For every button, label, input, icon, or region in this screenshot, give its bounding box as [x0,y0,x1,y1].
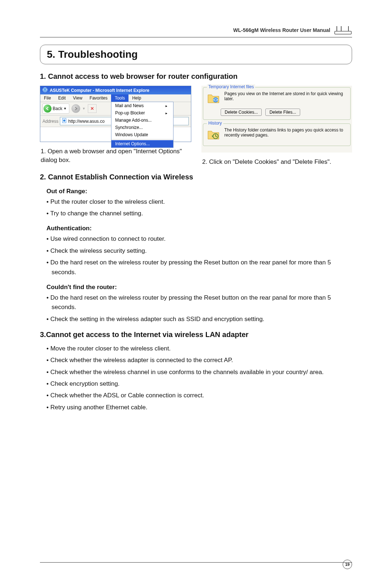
list-item: Check the wireless security setting. [46,246,352,256]
internet-options-panel: Temporary Internet files Pages you view … [201,86,352,153]
group-temp-label: Temporary Internet files [207,84,255,89]
sub-out-of-range: Out of Range: [46,188,352,195]
page-header: WL-566gM Wireless Router User Manual [40,25,352,35]
router-icon [334,25,352,35]
list-item: Use wired connection to connect to route… [46,234,352,244]
menu-edit[interactable]: Edit [54,94,69,102]
dd-popup-label: Pop-up Blocker [115,110,145,115]
list-authentication: Use wired connection to connect to route… [46,234,352,277]
folder-ie-icon [206,91,221,106]
dd-internet-options[interactable]: Internet Options... [111,140,173,147]
forward-dropdown-icon: ▼ [82,107,86,110]
list-out-of-range: Put the router closer to the wireless cl… [46,197,352,219]
dd-popup[interactable]: Pop-up Blocker▸ [111,109,173,117]
list-item: Move the router closer to the wireless c… [46,344,352,353]
tools-dropdown: Mail and News▸ Pop-up Blocker▸ Manage Ad… [111,102,173,148]
dd-mail-label: Mail and News [115,103,144,108]
group-history-text: The History folder contains links to pag… [224,127,347,138]
submenu-arrow-icon: ▸ [166,104,167,108]
chapter-heading-box: 5. Troubleshooting [40,45,352,64]
section-1-title: 1. Cannot access to web browser for rout… [40,72,352,81]
dd-sync[interactable]: Synchronize... [111,124,173,131]
dd-update[interactable]: Windows Update [111,131,173,138]
list-item: Retry using another Ethernet cable. [46,403,352,412]
svg-point-4 [43,88,47,92]
list-item: Check whether the ADSL or Cable connecti… [46,391,352,400]
page-number: 19 [343,560,352,569]
list-item: Check the setting in the wireless adapte… [46,315,352,324]
list-section-3: Move the router closer to the wireless c… [46,344,352,412]
list-item: Try to change the channel setting. [46,209,352,218]
manual-page: WL-566gM Wireless Router User Manual 5. … [0,0,392,588]
group-history-label: History [207,121,223,126]
delete-files-button[interactable]: Delete Files... [265,109,300,116]
list-item: Check whether the wireless adapter is co… [46,356,352,365]
list-couldnt-find: Do the hard reset on the wireless router… [46,293,352,324]
menu-favorites[interactable]: Favorites [86,94,111,102]
dd-separator [111,139,173,139]
svg-point-6 [63,119,65,122]
ie-menubar: File Edit View Favorites Tools Mail and … [40,94,191,102]
delete-cookies-button[interactable]: Delete Cookies... [221,109,262,116]
svg-point-7 [213,97,218,102]
chapter-title: 5. Troubleshooting [47,49,345,60]
list-item: Check encryption setting. [46,379,352,389]
menu-view[interactable]: View [69,94,86,102]
list-item: Check whether the wireless channel in us… [46,368,352,377]
menu-tools-label: Tools [115,96,125,101]
figure-row: ASUSTeK Computer - Microsoft Internet Ex… [40,86,352,166]
menu-file[interactable]: File [40,94,54,102]
group-temporary-files: Temporary Internet files Pages you view … [203,87,351,120]
list-item: Do the hard reset on the wireless router… [46,293,352,312]
figure-right: Temporary Internet files Pages you view … [201,86,352,166]
address-value: http://www.asus.co [68,119,105,124]
figure-left: ASUSTeK Computer - Microsoft Internet Ex… [40,86,191,166]
forward-button[interactable] [72,104,80,113]
list-item: Do the hard reset on the wireless router… [46,258,352,277]
back-label: Back [53,106,62,111]
group-history: History The History folder contains link… [203,123,351,146]
list-item: Put the router closer to the wireless cl… [46,197,352,207]
stop-button[interactable]: ✕ [88,104,97,113]
dd-mail[interactable]: Mail and News▸ [111,102,173,109]
menu-help[interactable]: Help [128,94,145,102]
section-2-title: 2. Cannot Establish Connection via Wirel… [40,173,352,181]
ie-app-icon [42,87,48,93]
ie-window-title: ASUSTeK Computer - Microsoft Internet Ex… [50,88,149,93]
group-temp-text: Pages you view on the Internet are store… [224,91,347,101]
page-icon [62,118,67,124]
dd-addons[interactable]: Manage Add-ons... [111,117,173,124]
submenu-arrow-icon: ▸ [166,111,167,115]
back-button[interactable]: Back ▼ [42,104,69,114]
back-arrow-icon [44,105,52,113]
menu-tools[interactable]: Tools Mail and News▸ Pop-up Blocker▸ Man… [111,94,128,102]
manual-title: WL-566gM Wireless Router User Manual [233,27,331,33]
sub-couldnt-find: Couldn't find the router: [46,284,352,291]
folder-history-icon [206,127,221,142]
caption-2: 2. Click on "Delete Cookies" and "Delete… [202,158,352,166]
svg-rect-3 [335,31,351,34]
address-label: Address [42,119,58,124]
ie-titlebar: ASUSTeK Computer - Microsoft Internet Ex… [40,86,191,94]
header-rule [40,37,352,37]
sub-authentication: Authentication: [46,225,352,232]
section-3-title: 3.Cannot get access to the Internet via … [40,331,352,339]
back-dropdown-icon: ▼ [64,107,67,110]
ie-window: ASUSTeK Computer - Microsoft Internet Ex… [40,86,191,142]
footer-rule [40,562,352,563]
caption-1: 1. Open a web browser and open "Internet… [41,147,191,165]
